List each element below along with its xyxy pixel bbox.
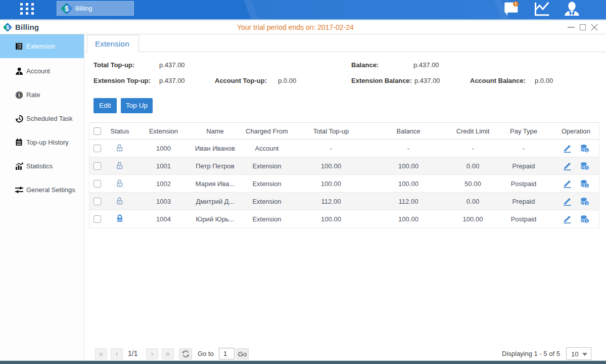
svg-text:$: $: [65, 5, 69, 13]
svg-text:$: $: [18, 92, 21, 98]
